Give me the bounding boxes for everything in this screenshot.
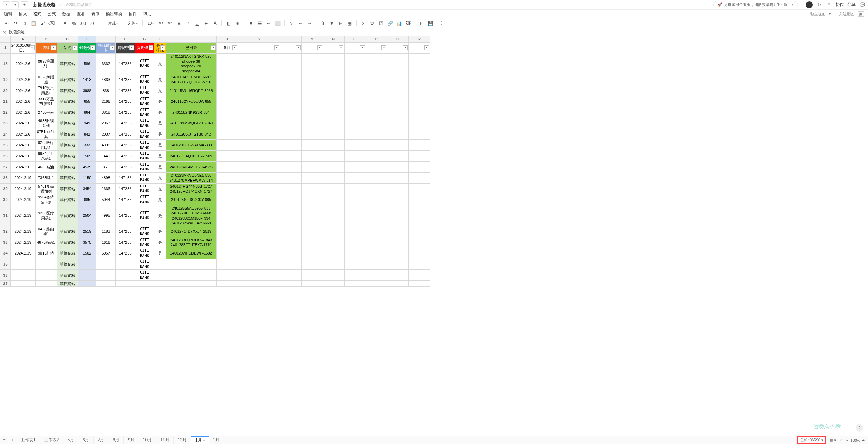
align-h-icon[interactable]: ≡: [248, 20, 254, 26]
chevron-right-icon: ›: [792, 3, 793, 7]
pivot-icon[interactable]: ▦: [347, 20, 353, 26]
underline-icon[interactable]: U: [194, 20, 200, 26]
outdent-icon[interactable]: ⇤: [297, 20, 303, 26]
decimal-dec-icon[interactable]: .00: [80, 20, 86, 26]
new-tab-button[interactable]: +: [21, 1, 28, 8]
formula-bar: fx 钱包余额: [0, 28, 868, 36]
rocket-icon: 🚀: [718, 2, 723, 7]
link-icon[interactable]: 🔗: [387, 20, 393, 26]
fx-label[interactable]: fx: [3, 30, 6, 34]
fullscreen-icon[interactable]: ⛶: [436, 20, 443, 26]
filter-icon[interactable]: ▼: [329, 20, 335, 26]
freeze-icon[interactable]: ⊡: [418, 20, 425, 26]
promo-banner[interactable]: 🚀 免费试用企业版，团队效率提升100%！ ›: [713, 1, 798, 8]
menubar: 编辑 插入 格式 公式 数据 查看 表单 输出转换 插件 帮助 独立视图 ▾ |…: [0, 10, 868, 18]
decimal-inc-icon[interactable]: .0: [89, 20, 95, 26]
merge-icon[interactable]: ⬜: [275, 20, 281, 26]
font-inc-icon[interactable]: A⁺: [158, 20, 164, 26]
collaborate-link[interactable]: 协作: [836, 2, 844, 8]
menu-view[interactable]: 查看: [77, 11, 85, 17]
paint-icon[interactable]: 🖌: [39, 20, 46, 26]
collapse-icon[interactable]: ▣: [858, 11, 864, 17]
share-link[interactable]: 分享: [847, 2, 856, 8]
menu-insert[interactable]: 插入: [19, 11, 27, 17]
recent-dropdown[interactable]: ▾: [11, 1, 19, 8]
print-icon[interactable]: 🖨: [21, 20, 28, 26]
autosave-label: 表格将自动保存: [66, 2, 92, 7]
font-family-select[interactable]: 宋体▾: [126, 21, 139, 26]
topbar: ‹ ▾ + 新提现表格 ☆ 表格将自动保存 🚀 免费试用企业版，团队效率提升10…: [0, 0, 868, 10]
wrap-icon[interactable]: ↵: [266, 20, 272, 26]
strike-icon[interactable]: S: [203, 20, 209, 26]
menu-formula[interactable]: 公式: [48, 11, 56, 17]
check-icon[interactable]: ☑: [378, 20, 384, 26]
document-title[interactable]: 新提现表格: [33, 2, 56, 8]
menu-edit[interactable]: 编辑: [4, 11, 12, 17]
align-v-icon[interactable]: ☰: [257, 20, 263, 26]
indent-icon[interactable]: ⇥: [306, 20, 312, 26]
redo-icon[interactable]: ↷: [12, 20, 19, 26]
currency-icon[interactable]: ¥: [62, 20, 68, 26]
table-icon[interactable]: ⊞: [338, 20, 344, 26]
back-button[interactable]: ‹: [3, 1, 10, 8]
clock-icon[interactable]: ⊕: [826, 2, 832, 8]
promo-text: 免费试用企业版，团队效率提升100%！: [724, 2, 791, 7]
menu-form[interactable]: 表单: [91, 11, 100, 17]
gear-icon[interactable]: ⚙: [369, 20, 375, 26]
menu-plugin[interactable]: 插件: [129, 11, 137, 17]
fill-color-icon[interactable]: ◧: [225, 20, 232, 26]
sum-icon[interactable]: Σ: [360, 20, 366, 26]
percent-icon[interactable]: %: [71, 20, 77, 26]
number-format-select[interactable]: 常规▾: [107, 21, 119, 26]
sort-icon[interactable]: ⇅: [320, 20, 326, 26]
border-icon[interactable]: ⊞: [234, 20, 240, 26]
bold-icon[interactable]: B: [176, 20, 182, 26]
menu-format[interactable]: 格式: [33, 11, 41, 17]
text-color-icon[interactable]: A: [212, 20, 218, 26]
comment-icon[interactable]: 💬: [859, 2, 865, 8]
chart-icon[interactable]: 📊: [396, 20, 402, 26]
image-icon[interactable]: 🖼: [405, 20, 411, 26]
menu-export[interactable]: 输出转换: [106, 11, 122, 17]
play-icon[interactable]: ▷: [288, 20, 294, 26]
menu-data[interactable]: 数据: [62, 11, 70, 17]
save-icon[interactable]: 💾: [427, 20, 434, 26]
italic-icon[interactable]: I: [185, 20, 191, 26]
menu-help[interactable]: 帮助: [143, 11, 151, 17]
font-size-select[interactable]: 10▾: [146, 21, 155, 25]
toolbar: ↶ ↷ 🖨 📋 🖌 ⌫ ¥ % .00 .0 , 常规▾ 宋体▾ 10▾ A⁺ …: [0, 18, 868, 28]
view-mode[interactable]: 独立视图: [810, 11, 825, 17]
thousands-icon[interactable]: ,: [98, 20, 104, 26]
star-icon[interactable]: ☆: [58, 2, 62, 7]
focus-selection[interactable]: 关注选区: [839, 11, 854, 17]
avatar[interactable]: [806, 1, 813, 8]
paste-icon[interactable]: 📋: [30, 20, 37, 26]
undo-icon[interactable]: ↶: [3, 20, 10, 26]
font-dec-icon[interactable]: A⁻: [167, 20, 173, 26]
formula-input[interactable]: 钱包余额: [9, 29, 25, 35]
clear-format-icon[interactable]: ⌫: [48, 20, 55, 26]
history-icon[interactable]: ↻: [816, 2, 822, 8]
